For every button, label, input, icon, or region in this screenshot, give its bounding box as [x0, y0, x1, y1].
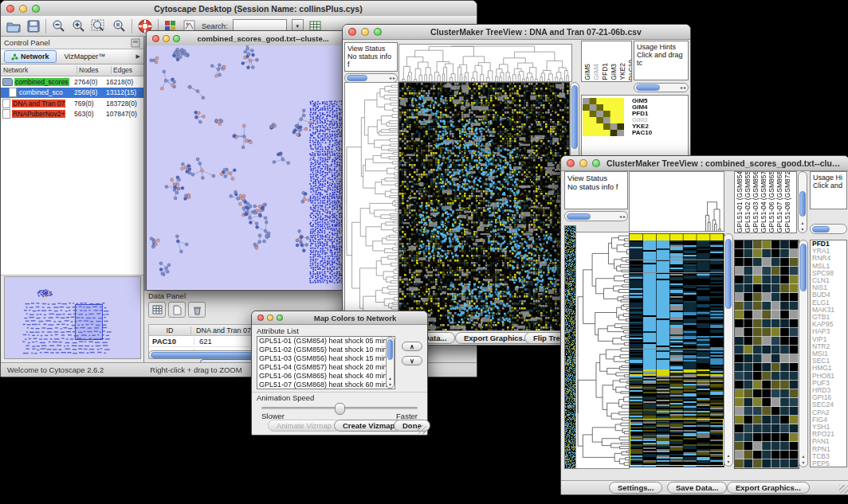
network-row[interactable]: RNAPuberNov2+563(0)107847(0) — [1, 109, 143, 120]
scroll-left-arrow[interactable]: ◂ — [389, 76, 391, 80]
tv2-zoom-heatmap[interactable] — [734, 240, 799, 469]
tv2-heatmap-vscrollbar[interactable]: ▴ ▾ — [724, 233, 733, 467]
dialog-titlebar[interactable]: Map Colors to Network — [252, 311, 427, 325]
close-button[interactable] — [257, 315, 264, 321]
scroll-left-arrow[interactable]: ◂ — [619, 214, 622, 219]
tv1-column-labels[interactable]: GIM5GIM4PFD1GIM3YKE2PAC10 — [581, 41, 632, 82]
scroll-down-arrow[interactable]: ▾ — [724, 459, 732, 464]
tv2-heatmap[interactable] — [629, 233, 724, 467]
tv2-zoom-vscrollbar[interactable]: ▴ ▾ — [799, 240, 808, 467]
tv1-column-dendrogram[interactable] — [398, 44, 572, 82]
zoom-button[interactable] — [173, 35, 180, 42]
minimize-button[interactable] — [163, 35, 170, 42]
zoom-selected-icon[interactable] — [112, 18, 127, 33]
select-attributes-button[interactable] — [148, 302, 166, 318]
animation-speed-slider[interactable] — [261, 407, 418, 409]
attribute-list-item[interactable]: GPL51-02 (GSM855) heat shock 10 min — [257, 346, 395, 354]
zoom-button[interactable] — [374, 28, 382, 36]
scroll-up-arrow[interactable]: ▴ — [724, 453, 732, 458]
close-button[interactable] — [6, 5, 14, 13]
scroll-left-arrow[interactable]: ◂ — [680, 85, 682, 90]
tv2-viewstatus-scrollbar[interactable]: ◂ ▸ — [564, 211, 628, 221]
tv2-save-data-button[interactable]: Save Data... — [667, 482, 727, 494]
col-id[interactable]: ID — [149, 326, 191, 334]
tv1-usage-scrollbar[interactable]: ◂ ▸ — [634, 83, 689, 92]
zoom-button[interactable] — [277, 315, 283, 321]
minimize-button[interactable] — [267, 315, 273, 321]
scroll-down-arrow[interactable]: ▾ — [799, 227, 807, 232]
close-button[interactable] — [152, 35, 159, 42]
tabs-overflow-arrow[interactable]: ▶ — [136, 53, 140, 60]
minimize-button[interactable] — [19, 5, 27, 13]
col-header-network[interactable]: Network — [1, 66, 77, 74]
attribute-list-item[interactable]: GPL51-01 (GSM854) heat shock 05 min — [257, 337, 395, 346]
scroll-up-arrow[interactable]: ▴ — [799, 221, 807, 225]
attribute-list-item[interactable]: GPL51-06 (GSM865) heat shock 40 min — [257, 372, 395, 381]
scroll-thumb[interactable] — [800, 244, 807, 291]
resize-grip[interactable] — [418, 425, 426, 434]
col-header-edges[interactable]: Edges — [112, 66, 143, 74]
col-header-nodes[interactable]: Nodes — [77, 66, 112, 74]
tv2-global-overview[interactable] — [564, 225, 576, 469]
scroll-right-arrow[interactable]: ▸ — [623, 214, 626, 219]
save-session-icon[interactable] — [26, 19, 41, 33]
tv2-column-labels-vscrollbar[interactable]: ▴ ▾ — [798, 171, 807, 233]
close-button[interactable] — [348, 28, 356, 36]
animate-vizmap-button[interactable]: Animate Vizmap — [268, 420, 340, 432]
network-overview-canvas[interactable] — [4, 276, 141, 359]
minimize-button[interactable] — [579, 159, 587, 167]
tv2-usage-scrollbar[interactable] — [810, 224, 847, 234]
zoom-in-icon[interactable] — [71, 18, 86, 33]
zoom-button[interactable] — [32, 5, 40, 13]
treeview2-titlebar[interactable]: ClusterMaker TreeView : combined_scores_… — [561, 156, 848, 171]
scroll-thumb[interactable] — [387, 339, 393, 360]
slider-thumb[interactable] — [335, 403, 345, 415]
tv2-column-dendrogram[interactable] — [629, 171, 724, 232]
open-session-icon[interactable] — [6, 19, 22, 33]
main-titlebar[interactable]: Cytoscape Desktop (Session Name: collins… — [1, 1, 477, 17]
tv1-zoom-row-labels[interactable]: GIM5GIM4PFD1GIM3YKE2PAC10 — [632, 98, 686, 139]
scroll-thumb[interactable] — [347, 75, 367, 81]
scroll-up-arrow[interactable]: ▴ — [799, 454, 807, 459]
network-row[interactable]: combined_sco2569(6)13112(15) — [1, 88, 143, 99]
scroll-up-arrow[interactable]: ▴ — [387, 376, 394, 381]
scroll-thumb[interactable] — [799, 191, 806, 217]
network-window-titlebar[interactable]: combined_scores_good.txt--cluste... — [147, 31, 346, 46]
network-tree-table[interactable]: combined_scores2764(0)16218(0)combined_s… — [1, 76, 143, 275]
delete-attribute-button[interactable] — [188, 302, 206, 318]
treeview1-titlebar[interactable]: ClusterMaker TreeView : DNA and Tran 07-… — [343, 25, 690, 40]
attribute-list-item[interactable]: GPL51-07 (GSM868) heat shock 60 min — [257, 381, 395, 389]
tv2-settings-button[interactable]: Settings... — [609, 482, 662, 494]
network-canvas[interactable] — [147, 45, 344, 289]
scroll-thumb[interactable] — [725, 239, 732, 309]
attribute-listbox[interactable]: GPL51-01 (GSM854) heat shock 05 minGPL51… — [257, 336, 395, 389]
close-button[interactable] — [567, 159, 575, 167]
scroll-thumb[interactable] — [636, 84, 660, 91]
minimize-button[interactable] — [361, 28, 369, 36]
tab-network[interactable]: Network — [4, 50, 57, 63]
tv2-gene-list[interactable]: PFD1YRA1RNR4MSL1SPC98CLN1NIS1BUD4ELG1MAK… — [810, 240, 847, 467]
tv1-row-dendrogram[interactable] — [344, 82, 398, 332]
tv1-zoom-matrix[interactable] — [583, 98, 624, 136]
scroll-down-arrow[interactable]: ▾ — [387, 382, 394, 387]
network-row[interactable]: combined_scores2764(0)16218(0) — [1, 76, 143, 88]
new-attribute-button[interactable] — [168, 302, 186, 318]
zoom-fit-icon[interactable] — [91, 18, 107, 33]
resize-grip[interactable] — [839, 485, 848, 494]
attribute-list-item[interactable]: GPL51-03 (GSM856) heat shock 15 min — [257, 354, 395, 363]
float-panel-icon[interactable] — [131, 38, 140, 48]
move-down-button[interactable]: ∨ — [402, 356, 422, 365]
scroll-right-arrow[interactable]: ▸ — [684, 85, 686, 90]
attribute-list-item[interactable]: GPL51-04 (GSM857) heat shock 20 min — [257, 363, 395, 372]
scroll-down-arrow[interactable]: ▾ — [799, 460, 807, 465]
tv2-column-labels[interactable]: GPL51-01 (GSM854)GPL51-02 (GSM855)GPL51-… — [734, 171, 797, 233]
scroll-thumb[interactable] — [812, 226, 830, 232]
scroll-right-arrow[interactable]: ▸ — [393, 76, 395, 80]
tv2-export-graphics-button[interactable]: Export Graphics... — [727, 482, 810, 494]
attribute-list-vscrollbar[interactable]: ▴ ▾ — [386, 337, 395, 389]
tv2-row-dendrogram[interactable] — [575, 232, 630, 469]
zoom-button[interactable] — [592, 159, 600, 167]
move-up-button[interactable]: ∧ — [402, 342, 422, 351]
scroll-thumb[interactable] — [571, 85, 578, 149]
network-row[interactable]: DNA and Tran 07769(0)183728(0) — [1, 98, 143, 109]
